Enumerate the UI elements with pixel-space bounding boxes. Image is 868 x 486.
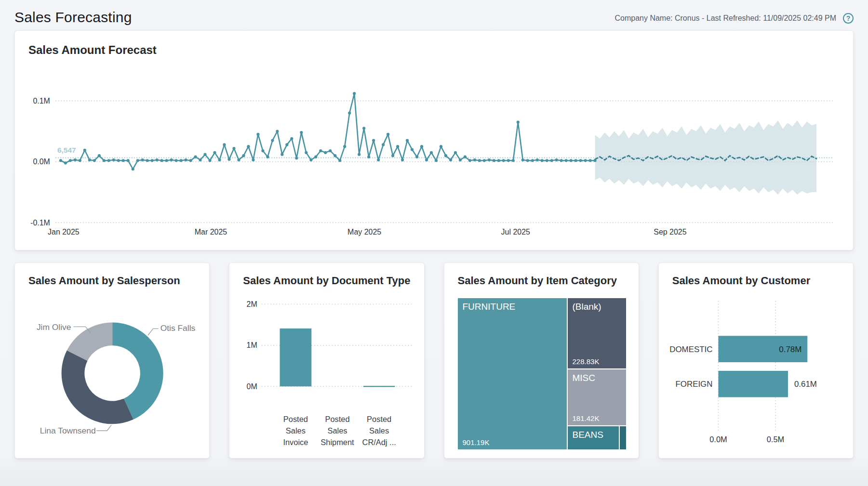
data-point[interactable] xyxy=(127,159,130,162)
customer-bar-chart[interactable]: 0.0M0.5MDOMESTIC0.78MFOREIGN0.61M xyxy=(659,263,853,458)
forecast-line-chart[interactable]: 0.1M0.0M-0.1M6,547Jan 2025Mar 2025May 20… xyxy=(15,31,853,250)
item-category-treemap[interactable]: FURNITURE901.19K(Blank)228.83KMISC181.42… xyxy=(458,298,626,449)
doctype-column-chart[interactable]: 2M1M0MPostedSalesInvoicePostedSalesShipm… xyxy=(229,263,424,458)
data-point[interactable] xyxy=(223,143,226,146)
data-point[interactable] xyxy=(497,159,500,162)
data-point[interactable] xyxy=(203,153,206,156)
data-point[interactable] xyxy=(324,151,327,154)
data-point[interactable] xyxy=(232,147,235,150)
data-point[interactable] xyxy=(319,149,322,152)
data-point[interactable] xyxy=(387,133,389,136)
data-point[interactable] xyxy=(83,149,86,152)
data-point[interactable] xyxy=(338,159,341,162)
data-point[interactable] xyxy=(266,156,269,158)
data-point[interactable] xyxy=(391,154,394,157)
data-point[interactable] xyxy=(488,158,491,161)
data-point[interactable] xyxy=(107,159,110,162)
data-point[interactable] xyxy=(444,154,447,157)
data-point[interactable] xyxy=(550,159,553,162)
data-point[interactable] xyxy=(521,158,524,161)
data-point[interactable] xyxy=(112,158,115,161)
data-point[interactable] xyxy=(541,159,544,162)
data-point[interactable] xyxy=(377,158,380,161)
data-point[interactable] xyxy=(382,143,385,146)
data-point[interactable] xyxy=(146,159,149,162)
data-point[interactable] xyxy=(411,148,414,151)
data-point[interactable] xyxy=(117,159,120,162)
data-point[interactable] xyxy=(430,151,433,154)
data-point[interactable] xyxy=(584,159,587,162)
data-point[interactable] xyxy=(589,159,592,162)
data-point[interactable] xyxy=(103,159,106,162)
data-point[interactable] xyxy=(329,149,332,152)
data-point[interactable] xyxy=(396,145,399,148)
data-point[interactable] xyxy=(483,159,486,162)
data-point[interactable] xyxy=(440,145,442,148)
data-point[interactable] xyxy=(526,159,529,162)
data-point[interactable] xyxy=(531,159,534,162)
data-point[interactable] xyxy=(493,159,495,162)
treemap-tile-misc[interactable]: MISC181.42K xyxy=(568,369,626,425)
data-point[interactable] xyxy=(280,153,283,156)
data-point[interactable] xyxy=(536,158,539,161)
data-point[interactable] xyxy=(560,159,563,162)
data-point[interactable] xyxy=(502,159,505,162)
data-point[interactable] xyxy=(425,158,428,161)
data-point[interactable] xyxy=(184,158,187,161)
data-point[interactable] xyxy=(180,159,183,162)
data-point[interactable] xyxy=(353,92,356,95)
donut-slice-lina-townsend[interactable] xyxy=(62,351,134,424)
data-point[interactable] xyxy=(141,158,144,161)
data-point[interactable] xyxy=(420,145,423,148)
data-point[interactable] xyxy=(160,159,163,162)
data-point[interactable] xyxy=(594,159,597,162)
data-point[interactable] xyxy=(271,139,274,142)
data-point[interactable] xyxy=(555,158,558,161)
data-point[interactable] xyxy=(122,159,125,162)
data-point[interactable] xyxy=(507,159,510,162)
data-point[interactable] xyxy=(300,131,303,134)
data-point[interactable] xyxy=(459,158,462,161)
data-point[interactable] xyxy=(175,159,178,162)
data-point[interactable] xyxy=(372,139,375,142)
data-point[interactable] xyxy=(132,168,134,171)
data-point[interactable] xyxy=(189,159,192,162)
data-point[interactable] xyxy=(79,159,81,162)
data-point[interactable] xyxy=(256,133,259,136)
data-point[interactable] xyxy=(237,158,240,161)
data-point[interactable] xyxy=(454,151,457,154)
data-point[interactable] xyxy=(512,159,515,162)
data-point[interactable] xyxy=(285,143,288,146)
data-point[interactable] xyxy=(574,159,577,162)
data-point[interactable] xyxy=(247,145,250,148)
data-point[interactable] xyxy=(213,151,216,154)
data-point[interactable] xyxy=(362,127,365,130)
data-point[interactable] xyxy=(59,159,62,162)
data-point[interactable] xyxy=(449,158,452,161)
data-point[interactable] xyxy=(276,130,279,132)
data-point[interactable] xyxy=(464,156,467,158)
data-point[interactable] xyxy=(88,158,91,161)
data-point[interactable] xyxy=(208,159,211,162)
treemap-tile-blank[interactable]: (Blank)228.83K xyxy=(568,298,626,368)
data-point[interactable] xyxy=(406,139,409,142)
hbar-foreign[interactable] xyxy=(718,371,788,397)
data-point[interactable] xyxy=(170,158,173,161)
column-bar[interactable] xyxy=(280,328,312,386)
data-point[interactable] xyxy=(348,112,351,115)
data-point[interactable] xyxy=(478,159,481,162)
treemap-tile-small[interactable] xyxy=(620,426,626,449)
data-point[interactable] xyxy=(468,159,471,162)
data-point[interactable] xyxy=(343,145,346,148)
treemap-tile-beans[interactable]: BEANS xyxy=(568,426,619,449)
data-point[interactable] xyxy=(136,159,139,162)
data-point[interactable] xyxy=(473,158,476,161)
help-icon[interactable]: ? xyxy=(843,13,854,24)
data-point[interactable] xyxy=(93,159,96,162)
data-point[interactable] xyxy=(367,156,370,158)
data-point[interactable] xyxy=(579,159,582,162)
data-point[interactable] xyxy=(69,159,72,162)
treemap-tile-furniture[interactable]: FURNITURE901.19K xyxy=(458,298,567,449)
data-point[interactable] xyxy=(309,158,312,161)
data-point[interactable] xyxy=(74,158,77,161)
